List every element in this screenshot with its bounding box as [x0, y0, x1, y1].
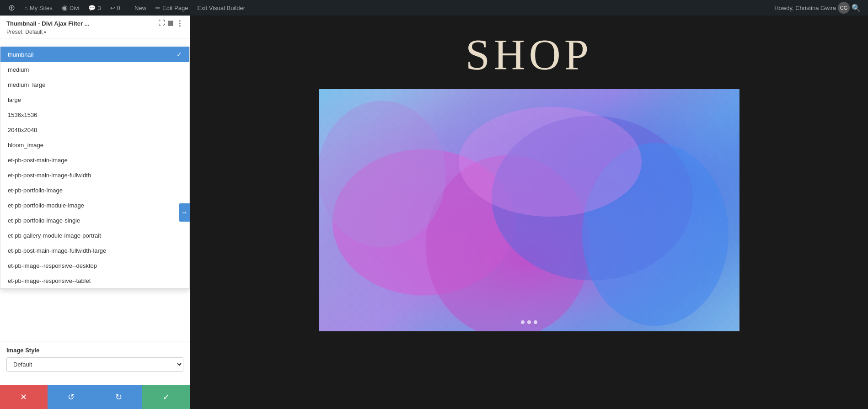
wordpress-icon: ⊕ [8, 3, 15, 13]
divi-icon: ◉ [62, 4, 68, 12]
dropdown-option-et-pb-gallery-module-image-portrait[interactable]: et-pb-gallery-module-image-portrait [0, 228, 189, 243]
comment-icon: 💬 [88, 5, 96, 11]
home-icon: ⌂ [24, 5, 28, 11]
dropdown-option-et-pb-image-responsive-tablet[interactable]: et-pb-image--responsive--tablet [0, 273, 189, 288]
bottom-toolbar: ✕ ↺ ↻ ✓ [0, 385, 190, 409]
dropdown-option-bloom-image[interactable]: bloom_image [0, 138, 189, 153]
dropdown-option-label: et-pb-image--responsive--tablet [8, 277, 91, 284]
redo-icon: ↻ [115, 392, 122, 402]
dropdown-option-label: et-pb-image--responsive--desktop [8, 262, 97, 269]
dropdown-option-label: et-pb-post-main-image [8, 157, 68, 164]
panel-title-icons: ⛶ ▦ ⋮ [158, 19, 183, 28]
divi-item[interactable]: ◉ Divi [57, 0, 84, 16]
dropdown-option-et-pb-post-main-image-fullwidth[interactable]: et-pb-post-main-image-fullwidth [0, 168, 189, 183]
dropdown-option-label: thumbnail [8, 51, 33, 58]
panel-title-text: Thumbnail - Divi Ajax Filter ... [6, 20, 90, 27]
new-label: + New [129, 5, 146, 11]
grid-icon[interactable]: ▦ [167, 19, 173, 28]
svg-point-8 [459, 107, 642, 217]
dropdown-option-label: et-pb-portfolio-module-image [8, 202, 84, 209]
dropdown-option-2048x2048[interactable]: 2048x2048 [0, 122, 189, 138]
dropdown-option-et-pb-portfolio-image-single[interactable]: et-pb-portfolio-image-single [0, 213, 189, 228]
dropdown-option-medium[interactable]: medium [0, 62, 189, 77]
reply-count: 0 [117, 5, 120, 11]
more-options-icon[interactable]: ⋮ [176, 19, 183, 28]
image-size-dropdown: thumbnail ✓ medium medium_large large 15… [0, 47, 190, 289]
pencil-icon: ✏ [155, 5, 161, 11]
shop-title: SHOP [190, 16, 868, 89]
user-greeting: Howdy, Christina Gwira [774, 5, 836, 11]
smoke-svg-overlay [319, 89, 739, 331]
carousel-dot-1 [521, 320, 525, 324]
panel-preset[interactable]: Preset: Default ▾ [6, 29, 183, 35]
reply-icon: ↩ [110, 5, 115, 11]
exit-builder-item[interactable]: Exit Visual Builder [193, 0, 250, 16]
carousel-dots [521, 320, 537, 324]
dropdown-option-large[interactable]: large [0, 92, 189, 107]
edit-page-item[interactable]: ✏ Edit Page [151, 0, 193, 16]
undo-button[interactable]: ↺ [48, 385, 95, 409]
dropdown-option-et-pb-portfolio-image[interactable]: et-pb-portfolio-image [0, 183, 189, 198]
dropdown-option-et-pb-post-main-image[interactable]: et-pb-post-main-image [0, 153, 189, 168]
search-icon[interactable]: 🔍 [852, 4, 861, 12]
reply-item[interactable]: ↩ 0 [106, 0, 125, 16]
comments-item[interactable]: 💬 3 [84, 0, 105, 16]
avatar[interactable]: CG [838, 2, 850, 14]
carousel-dot-3 [534, 320, 537, 324]
dropdown-scroll-area[interactable]: thumbnail ✓ medium medium_large large 15… [0, 47, 189, 288]
dropdown-option-label: et-pb-gallery-module-image-portrait [8, 232, 101, 239]
image-style-select[interactable]: Default Circle Rounded Stretch Left Floa… [6, 357, 183, 372]
resize-arrows-icon: ↔ [181, 209, 188, 216]
image-style-section: Image Style Default Circle Rounded Stret… [0, 341, 190, 377]
dropdown-option-label: et-pb-portfolio-image [8, 187, 63, 194]
exit-builder-label: Exit Visual Builder [197, 5, 245, 11]
check-icon: ✓ [177, 51, 182, 58]
shop-image-container [319, 89, 739, 331]
preset-label: Preset: Default [6, 29, 43, 35]
dropdown-option-label: large [8, 96, 21, 103]
dropdown-option-label: medium [8, 66, 29, 73]
divi-label: Divi [70, 5, 80, 11]
wp-logo-item[interactable]: ⊕ [4, 0, 20, 16]
save-button[interactable]: ✓ [142, 385, 190, 409]
dropdown-option-label: 1536x1536 [8, 112, 37, 118]
main-layout: Thumbnail - Divi Ajax Filter ... ⛶ ▦ ⋮ P… [0, 16, 868, 409]
cancel-button[interactable]: ✕ [0, 385, 48, 409]
dropdown-option-label: bloom_image [8, 142, 43, 149]
cancel-icon: ✕ [20, 392, 27, 402]
admin-bar: ⊕ ⌂ My Sites ◉ Divi 💬 3 ↩ 0 + New ✏ Edit… [0, 0, 868, 16]
dropdown-option-label: medium_large [8, 81, 45, 88]
comments-count: 3 [97, 5, 101, 11]
carousel-dot-2 [527, 320, 531, 324]
dropdown-option-label: et-pb-post-main-image-fullwidth [8, 172, 91, 179]
right-content: SHOP [190, 16, 868, 409]
undo-icon: ↺ [68, 392, 75, 402]
edit-page-label: Edit Page [162, 5, 188, 11]
panel-header: Thumbnail - Divi Ajax Filter ... ⛶ ▦ ⋮ P… [0, 16, 190, 38]
panel-resize-handle[interactable]: ↔ [179, 203, 190, 222]
my-sites-label: My Sites [30, 5, 53, 11]
dropdown-option-label: et-pb-post-main-image-fullwidth-large [8, 247, 106, 254]
expand-icon[interactable]: ⛶ [158, 19, 165, 28]
chevron-down-icon: ▾ [44, 30, 46, 35]
dropdown-option-label: 2048x2048 [8, 127, 37, 133]
my-sites-item[interactable]: ⌂ My Sites [20, 0, 57, 16]
dropdown-option-label: et-pb-portfolio-image-single [8, 217, 80, 224]
dropdown-option-et-pb-portfolio-module-image[interactable]: et-pb-portfolio-module-image [0, 198, 189, 213]
panel-title-row: Thumbnail - Divi Ajax Filter ... ⛶ ▦ ⋮ [6, 19, 183, 28]
dropdown-option-1536x1536[interactable]: 1536x1536 [0, 107, 189, 122]
save-icon: ✓ [163, 392, 170, 402]
dropdown-option-et-pb-post-main-image-fullwidth-large[interactable]: et-pb-post-main-image-fullwidth-large [0, 243, 189, 258]
image-style-label: Image Style [6, 347, 183, 354]
shop-hero-image [319, 89, 739, 331]
admin-bar-right: Howdy, Christina Gwira CG 🔍 [774, 2, 864, 14]
new-item[interactable]: + New [125, 0, 151, 16]
svg-point-7 [319, 101, 446, 247]
dropdown-option-medium-large[interactable]: medium_large [0, 77, 189, 92]
left-panel: Thumbnail - Divi Ajax Filter ... ⛶ ▦ ⋮ P… [0, 16, 190, 409]
redo-button[interactable]: ↻ [95, 385, 143, 409]
dropdown-option-thumbnail[interactable]: thumbnail ✓ [0, 47, 189, 62]
dropdown-option-et-pb-image-responsive-desktop[interactable]: et-pb-image--responsive--desktop [0, 258, 189, 273]
